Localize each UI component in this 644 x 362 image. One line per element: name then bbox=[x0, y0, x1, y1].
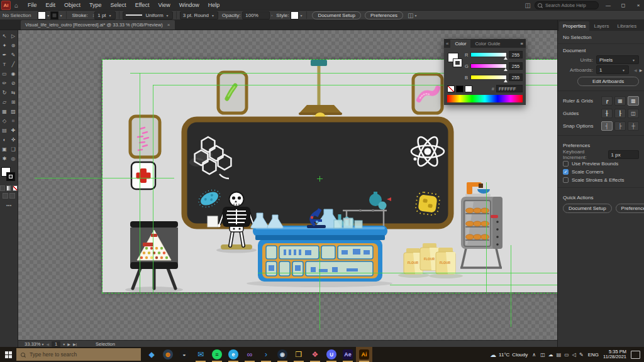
chevron-down-icon[interactable]: ▾ bbox=[63, 342, 65, 346]
units-select[interactable]: Pixels▾ bbox=[596, 55, 639, 64]
taskbar-vs-code[interactable]: › bbox=[258, 347, 274, 362]
checkbox[interactable]: ✓ bbox=[563, 169, 569, 175]
bread-oven[interactable] bbox=[460, 182, 502, 268]
folder-icon[interactable]: ▤ bbox=[557, 352, 562, 358]
edit-artboards-button[interactable]: Edit Artboards bbox=[577, 77, 639, 86]
menu-help[interactable]: Help bbox=[204, 2, 225, 8]
tool-selection[interactable]: ↖ bbox=[0, 31, 9, 41]
help-search-box[interactable] bbox=[535, 1, 599, 9]
taskbar-search-input[interactable] bbox=[28, 351, 136, 358]
snap-2-icon[interactable]: ├ bbox=[614, 121, 626, 131]
tab-layers[interactable]: Layers bbox=[590, 21, 613, 31]
tool-mesh[interactable]: ▨ bbox=[9, 107, 18, 116]
hex-field[interactable]: FFFFFF bbox=[496, 85, 523, 92]
channel-value[interactable]: 255 bbox=[509, 74, 523, 81]
slider-handle-icon[interactable] bbox=[504, 68, 508, 71]
menu-file[interactable]: File bbox=[23, 2, 42, 8]
channel-slider[interactable] bbox=[470, 63, 507, 69]
first-artboard-icon[interactable]: ◀ bbox=[46, 342, 49, 346]
tool-line-segment[interactable]: ╱ bbox=[9, 60, 18, 69]
menu-type[interactable]: Type bbox=[85, 2, 106, 8]
taskbar-visual-studio[interactable]: ∞ bbox=[242, 347, 258, 362]
tool-scale[interactable]: ⇆ bbox=[9, 88, 18, 97]
tool-lasso[interactable]: ⊛ bbox=[9, 41, 18, 50]
tool-width[interactable]: ▱ bbox=[0, 97, 9, 107]
zoom-level[interactable]: 33.33% bbox=[25, 341, 40, 347]
none-mode-button[interactable] bbox=[13, 185, 18, 191]
tool-swatch[interactable]: ◎ bbox=[9, 154, 18, 163]
taskbar-illustrator[interactable]: Ai bbox=[356, 347, 372, 362]
tool-pencil[interactable]: ✏ bbox=[0, 79, 9, 88]
weather-widget[interactable]: ☁ 11°C Cloudy bbox=[490, 351, 528, 358]
width-profile-select[interactable]: Uniform▾ bbox=[123, 11, 173, 19]
taskbar-after-effects[interactable]: Ae bbox=[340, 347, 356, 362]
grid-icon[interactable]: ▦ bbox=[614, 96, 626, 106]
chevron-right-icon[interactable]: › bbox=[271, 13, 272, 17]
tool-blend[interactable]: ▤ bbox=[0, 126, 9, 135]
black-swatch[interactable] bbox=[456, 85, 464, 92]
prev-artboard-icon[interactable]: ◀ bbox=[634, 68, 637, 72]
menu-object[interactable]: Object bbox=[60, 2, 85, 8]
fill-stroke-widget[interactable] bbox=[1, 167, 16, 184]
preferences-button[interactable]: Preferences bbox=[616, 204, 644, 213]
snap-3-icon[interactable]: ┼ bbox=[628, 121, 639, 131]
style-swatch[interactable] bbox=[291, 11, 299, 19]
guide-2-icon[interactable]: ┠ bbox=[614, 109, 626, 118]
tab-color[interactable]: Color bbox=[450, 40, 470, 48]
tab-properties[interactable]: Properties bbox=[559, 21, 589, 31]
tool-pen[interactable]: ✒ bbox=[0, 50, 9, 60]
taskbar-steam[interactable]: ◉ bbox=[274, 347, 291, 362]
ruler-corner-icon[interactable]: ┏ bbox=[601, 96, 613, 106]
start-button[interactable] bbox=[0, 347, 16, 362]
fill-swatch[interactable] bbox=[38, 11, 46, 19]
brush-select[interactable]: 3 pt. Round▾ bbox=[180, 11, 218, 19]
speaker-icon[interactable]: ◁ bbox=[572, 352, 576, 358]
tool-slice[interactable]: ▣ bbox=[0, 145, 9, 154]
next-artboard-icon[interactable]: ▶ bbox=[67, 342, 70, 346]
taskbar-discord[interactable]: ∪ bbox=[323, 347, 340, 362]
channel-slider[interactable] bbox=[470, 75, 507, 80]
panel-menu-icon[interactable]: ≡ bbox=[521, 41, 523, 47]
show-hidden-icons[interactable]: ∧ bbox=[532, 352, 536, 358]
slider-handle-icon[interactable] bbox=[504, 57, 508, 60]
transparency-grid-icon[interactable]: ▩ bbox=[628, 96, 639, 106]
tool-magic-wand[interactable]: ✦ bbox=[0, 41, 9, 50]
stroke-proxy[interactable] bbox=[6, 172, 15, 181]
tool-eraser[interactable]: ⊘ bbox=[9, 79, 18, 88]
tool-eyedropper[interactable]: ⌗ bbox=[9, 116, 18, 126]
tool-curvature[interactable]: ✎ bbox=[9, 50, 18, 60]
flour-bags[interactable]: FLOUR FLOUR FLOUR bbox=[404, 243, 455, 274]
taskbar-dark-app[interactable]: ◒ bbox=[176, 347, 192, 362]
last-artboard-icon[interactable]: ▶| bbox=[73, 342, 77, 346]
pen-icon[interactable]: ✎ bbox=[579, 352, 584, 358]
document-setup-button[interactable]: Document Setup bbox=[312, 11, 361, 19]
menu-effect[interactable]: Effect bbox=[131, 2, 154, 8]
channel-value[interactable]: 255 bbox=[509, 62, 523, 70]
snap-1-icon[interactable]: ┤ bbox=[601, 121, 613, 131]
tool-type[interactable]: T bbox=[0, 60, 9, 69]
taskbar-edge[interactable]: e bbox=[225, 347, 242, 362]
food-pyramid-easel[interactable] bbox=[130, 221, 178, 288]
tool-rotate[interactable]: ↻ bbox=[0, 88, 9, 97]
tool-gradient[interactable]: ◇ bbox=[0, 116, 9, 126]
screen-mode-button[interactable] bbox=[9, 193, 15, 199]
white-swatch[interactable] bbox=[465, 85, 472, 92]
first-aid-kit[interactable] bbox=[131, 162, 155, 189]
checkbox[interactable] bbox=[563, 177, 569, 183]
menu-select[interactable]: Select bbox=[106, 2, 131, 8]
stroke-proxy[interactable] bbox=[453, 58, 462, 67]
menu-view[interactable]: View bbox=[153, 2, 174, 8]
document-tab[interactable]: Visual_life_ietro_outro [Recovered].ai* … bbox=[21, 20, 175, 30]
tool-hand[interactable]: ✱ bbox=[0, 154, 9, 163]
taskbar-blender[interactable]: ◍ bbox=[160, 347, 176, 362]
taskbar-photos[interactable]: ❖ bbox=[307, 347, 323, 362]
display-icon[interactable]: ▭ bbox=[564, 352, 569, 358]
document-setup-button[interactable]: Document Setup bbox=[563, 204, 612, 213]
tab-libraries[interactable]: Libraries bbox=[613, 21, 640, 31]
taskbar-mail[interactable]: ✉ bbox=[192, 347, 209, 362]
checkbox[interactable] bbox=[563, 161, 569, 167]
color-mode-button[interactable] bbox=[0, 185, 5, 191]
taskbar-spotify[interactable]: ≡ bbox=[209, 347, 225, 362]
minimize-button[interactable]: — bbox=[602, 0, 614, 10]
close-tab-icon[interactable]: × bbox=[167, 22, 170, 28]
